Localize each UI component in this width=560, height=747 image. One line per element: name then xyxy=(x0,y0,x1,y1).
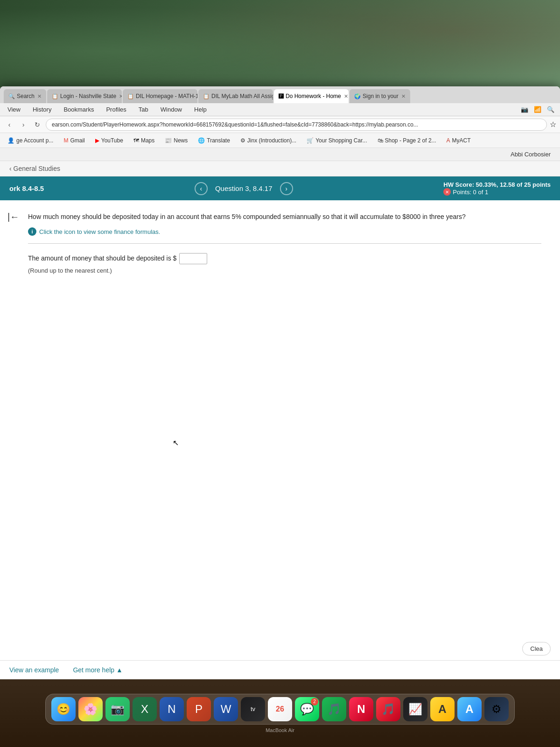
dock-finder[interactable]: 😊 xyxy=(51,697,76,721)
dock-appletv[interactable]: tv xyxy=(241,697,265,721)
dock-powerpoint[interactable]: P xyxy=(187,697,211,721)
bookmark-shop[interactable]: 🛍 Shop - Page 2 of 2... xyxy=(374,136,440,145)
dock-stocks[interactable]: 📈 xyxy=(403,697,427,721)
bookmark-translate[interactable]: 🌐 Translate xyxy=(194,136,234,145)
hw-title: ork 8.4-8.5 xyxy=(9,184,44,192)
news-icon: 📰 xyxy=(165,137,172,144)
tab-homepage[interactable]: 📋 DIL Homepage - MATH-10 ✕ xyxy=(123,89,197,103)
hw-nav: ‹ Question 3, 8.4.17 › xyxy=(195,182,293,195)
menu-history[interactable]: History xyxy=(31,105,53,114)
hw-points: ✕ Points: 0 of 1 xyxy=(443,188,551,196)
get-more-help-link[interactable]: Get more help ▲ xyxy=(73,666,122,674)
separator xyxy=(28,243,541,244)
tab-bar: 🔍 Search ✕ 📋 Login - Nashville State ✕ 📋… xyxy=(0,86,560,103)
menu-bookmarks[interactable]: Bookmarks xyxy=(62,105,96,114)
round-note: (Round up to the nearest cent.) xyxy=(28,267,541,274)
dock-appstore[interactable]: A xyxy=(457,697,482,721)
page-bottom-bar: View an example Get more help ▲ xyxy=(0,660,560,679)
hw-score: HW Score: 50.33%, 12.58 of 25 points xyxy=(443,181,551,188)
answer-label: The amount of money that should be depos… xyxy=(28,254,176,262)
myact-icon: A xyxy=(447,137,450,144)
dock-word[interactable]: W xyxy=(214,697,238,721)
prev-question-button[interactable]: ‹ xyxy=(195,182,208,195)
bookmark-account[interactable]: 👤 ge Account p... xyxy=(4,136,57,145)
hw-header: ork 8.4-8.5 ‹ Question 3, 8.4.17 › HW Sc… xyxy=(0,176,560,200)
menu-profiles[interactable]: Profiles xyxy=(104,105,128,114)
youtube-icon: ▶ xyxy=(95,137,99,144)
next-question-button[interactable]: › xyxy=(280,182,293,195)
page-content: Abbi Corbosier ‹ General Studies ork 8.4… xyxy=(0,148,560,679)
tab-close-search[interactable]: ✕ xyxy=(37,93,42,99)
dock-messages[interactable]: 💬 2 xyxy=(295,697,319,721)
bookmark-jinx[interactable]: ⚙ Jinx (Introduction)... xyxy=(237,136,300,145)
shop-icon: 🛍 xyxy=(378,137,383,144)
search-menu-icon[interactable]: 🔍 xyxy=(547,106,554,113)
tab-homework[interactable]: 🅿 Do Homework - Home ✕ xyxy=(274,89,349,103)
finance-formulas-button[interactable]: i Click the icon to view some finance fo… xyxy=(28,227,541,236)
maps-icon: 🗺 xyxy=(133,137,139,144)
question-label: Question 3, 8.4.17 xyxy=(215,184,273,192)
address-input[interactable] xyxy=(46,119,547,131)
question-text: How much money should be deposited today… xyxy=(28,211,541,222)
homework-tab-icon: 🅿 xyxy=(279,93,284,99)
dock-music[interactable]: 🎵 xyxy=(376,697,400,721)
tab-close-signin[interactable]: ✕ xyxy=(401,93,406,99)
messages-badge: 2 xyxy=(311,698,318,705)
breadcrumb: General Studies xyxy=(14,165,60,172)
question-area: |← How much money should be deposited to… xyxy=(0,200,560,660)
dock-notes[interactable]: A xyxy=(430,697,455,721)
tab-close-login[interactable]: ✕ xyxy=(119,93,122,99)
dock-facetime[interactable]: 📷 xyxy=(105,697,130,721)
bookmarks-bar: 👤 ge Account p... M Gmail ▶ YouTube 🗺 Ma… xyxy=(0,133,560,148)
bookmark-gmail[interactable]: M Gmail xyxy=(60,136,88,145)
menu-window[interactable]: Window xyxy=(159,105,184,114)
bookmark-youtube[interactable]: ▶ YouTube xyxy=(91,136,127,145)
menu-help[interactable]: Help xyxy=(192,105,209,114)
dock: 😊 🌸 📷 X N P W tv 26 💬 2 🎵 N 🎵 📈 A A ⚙ Ma… xyxy=(0,679,560,747)
breadcrumb-arrow: ‹ xyxy=(9,165,14,172)
bookmark-maps[interactable]: 🗺 Maps xyxy=(130,136,158,145)
clear-button[interactable]: Clea xyxy=(522,642,551,655)
cursor xyxy=(173,438,177,446)
tab-login[interactable]: 📋 Login - Nashville State ✕ xyxy=(47,89,122,103)
macbook-label: MacBook Air xyxy=(266,727,294,733)
homepage-tab-icon: 📋 xyxy=(127,93,134,99)
menu-view[interactable]: View xyxy=(6,105,22,114)
dock-steam[interactable]: ⚙ xyxy=(484,697,509,721)
dock-news[interactable]: N xyxy=(349,697,373,721)
mylab-tab-icon: 📋 xyxy=(203,93,210,99)
dock-calendar[interactable]: 26 xyxy=(268,697,292,721)
bookmark-news[interactable]: 📰 News xyxy=(161,136,191,145)
answer-input[interactable] xyxy=(179,253,207,264)
dock-word-n[interactable]: N xyxy=(160,697,184,721)
hw-score-area: HW Score: 50.33%, 12.58 of 25 points ✕ P… xyxy=(443,181,551,196)
bookmark-shopping[interactable]: 🛒 Your Shopping Car... xyxy=(303,136,371,145)
dock-photos[interactable]: 🌸 xyxy=(78,697,103,721)
tab-mylab[interactable]: 📋 DIL MyLab Math All Assign ✕ xyxy=(198,89,273,103)
forward-button[interactable]: › xyxy=(18,119,29,130)
info-icon: i xyxy=(28,227,36,236)
shopping-icon: 🛒 xyxy=(307,137,314,144)
tab-search[interactable]: 🔍 Search ✕ xyxy=(4,89,46,103)
back-button[interactable]: ‹ xyxy=(4,119,15,130)
jinx-icon: ⚙ xyxy=(240,137,245,144)
signin-tab-icon: 🌍 xyxy=(354,93,361,99)
account-icon: 👤 xyxy=(7,137,14,144)
camera-icon: 📷 xyxy=(521,106,528,113)
view-example-link[interactable]: View an example xyxy=(9,666,59,674)
back-to-start-button[interactable]: |← xyxy=(7,211,19,222)
translate-icon: 🌐 xyxy=(198,137,205,144)
reload-button[interactable]: ↻ xyxy=(32,119,43,130)
menu-tab[interactable]: Tab xyxy=(137,105,150,114)
dock-bar: 😊 🌸 📷 X N P W tv 26 💬 2 🎵 N 🎵 📈 A A ⚙ xyxy=(45,694,515,725)
dock-excel[interactable]: X xyxy=(133,697,157,721)
tab-signin[interactable]: 🌍 Sign in to your ✕ xyxy=(350,89,410,103)
login-tab-icon: 📋 xyxy=(52,93,58,99)
user-top-bar: Abbi Corbosier xyxy=(0,148,560,161)
tab-close-homework[interactable]: ✕ xyxy=(344,93,348,99)
star-icon[interactable]: ☆ xyxy=(550,120,556,129)
bookmark-myact[interactable]: A MyACT xyxy=(443,136,475,145)
dock-spotify[interactable]: 🎵 xyxy=(322,697,346,721)
browser-window: 🔍 Search ✕ 📋 Login - Nashville State ✕ 📋… xyxy=(0,86,560,679)
address-bar: ‹ › ↻ ☆ xyxy=(0,116,560,133)
